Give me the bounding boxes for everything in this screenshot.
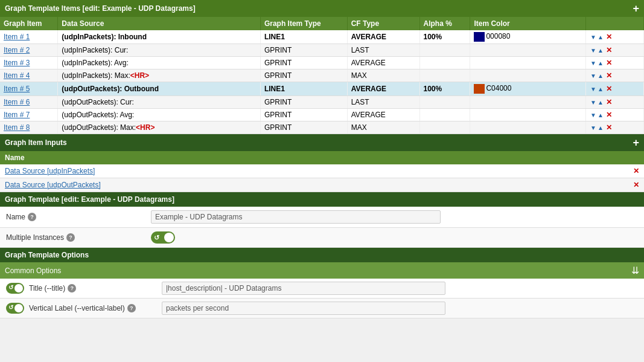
move-down-button[interactable]: ▼ [590, 72, 597, 80]
move-down-button[interactable]: ▼ [590, 99, 597, 106]
move-down-button[interactable]: ▼ [590, 85, 597, 93]
item-id-link[interactable]: Item # 2 [4, 46, 30, 54]
multiple-instances-row: Multiple Instances ? ↺ [0, 228, 644, 248]
color-hex-text: 000080 [486, 32, 510, 40]
options-section-title: Graph Template Options [5, 251, 89, 259]
item-id-link[interactable]: Item # 1 [4, 33, 30, 41]
vlabel-option-row: ↺ Vertical Label (--vertical-label) ? [0, 299, 644, 318]
item-type: GPRINT [260, 109, 347, 121]
item-id-link[interactable]: Item # 5 [4, 85, 30, 93]
item-id: Item # 2 [0, 44, 58, 57]
delete-item-button[interactable]: ✕ [604, 46, 612, 54]
move-down-button[interactable]: ▼ [590, 33, 597, 41]
item-cf: AVERAGE [347, 109, 419, 121]
col-color: Item Color [470, 17, 586, 30]
input-delete-cell: ✕ [626, 178, 644, 192]
title-help-icon[interactable]: ? [68, 284, 76, 293]
move-up-button[interactable]: ▲ [597, 111, 604, 119]
inputs-section-title: Graph Item Inputs [5, 138, 67, 147]
item-type: LINE1 [260, 82, 347, 96]
input-link[interactable]: Data Source [udpOutPackets] [5, 181, 101, 189]
move-up-button[interactable]: ▲ [597, 47, 604, 54]
item-data-source: (udpInPackets): Avg: [58, 57, 261, 69]
toggle-on-icon: ↺ [154, 234, 159, 242]
add-item-button[interactable]: + [633, 3, 639, 14]
item-data-source: (udpInPackets): Inbound [58, 30, 261, 44]
move-up-button[interactable]: ▲ [597, 124, 604, 132]
item-id: Item # 6 [0, 96, 58, 109]
vlabel-input[interactable] [162, 302, 445, 315]
vlabel-toggle-knob [14, 304, 23, 312]
items-section-header: Graph Template Items [edit: Example - UD… [0, 0, 644, 17]
color-swatch [474, 84, 485, 94]
item-data-source: (udpInPackets): Max:<HR> [58, 69, 261, 82]
move-up-button[interactable]: ▲ [597, 33, 604, 41]
item-actions: ▼▲ ✕ [586, 69, 644, 82]
name-label: Name ? [6, 213, 151, 221]
item-alpha [419, 69, 470, 82]
item-actions: ▼▲ ✕ [586, 121, 644, 134]
title-toggle-knob [14, 284, 23, 293]
delete-input-button[interactable]: ✕ [633, 167, 639, 175]
collapse-button[interactable]: ⇊ [631, 265, 639, 276]
item-actions: ▼▲ ✕ [586, 109, 644, 121]
multiple-help-icon[interactable]: ? [66, 233, 75, 242]
table-row: Item # 1(udpInPackets): InboundLINE1AVER… [0, 30, 644, 44]
delete-item-button[interactable]: ✕ [604, 98, 612, 106]
vlabel-toggle[interactable]: ↺ [6, 303, 24, 314]
item-type: GPRINT [260, 96, 347, 109]
table-row: Item # 5(udpOutPackets): OutboundLINE1AV… [0, 82, 644, 96]
item-id-link[interactable]: Item # 6 [4, 98, 30, 106]
options-section-header: Graph Template Options [0, 248, 644, 262]
multiple-label: Multiple Instances ? [6, 233, 151, 242]
item-id-link[interactable]: Item # 4 [4, 71, 30, 80]
delete-input-button[interactable]: ✕ [633, 181, 639, 189]
delete-item-button[interactable]: ✕ [604, 85, 612, 93]
move-up-button[interactable]: ▲ [597, 85, 604, 93]
item-cf: LAST [347, 44, 419, 57]
inputs-section-header: Graph Item Inputs + [0, 134, 644, 151]
move-up-button[interactable]: ▲ [597, 59, 604, 67]
item-data-source: (udpInPackets): Cur: [58, 44, 261, 57]
move-down-button[interactable]: ▼ [590, 59, 597, 67]
color-swatch [474, 32, 485, 42]
add-input-button[interactable]: + [633, 137, 639, 148]
move-down-button[interactable]: ▼ [590, 124, 597, 132]
multiple-instances-toggle[interactable]: ↺ [151, 231, 175, 244]
title-option-label: Title (--title) ? [29, 284, 162, 293]
color-hex-text: C04000 [486, 84, 511, 92]
item-id-link[interactable]: Item # 3 [4, 59, 30, 67]
template-section-header: Graph Template [edit: Example - UDP Data… [0, 192, 644, 207]
item-cf: AVERAGE [347, 30, 419, 44]
delete-item-button[interactable]: ✕ [604, 111, 612, 119]
items-table: Graph Item Data Source Graph Item Type C… [0, 17, 644, 134]
delete-item-button[interactable]: ✕ [604, 71, 612, 80]
delete-item-button[interactable]: ✕ [604, 123, 612, 132]
table-row: Item # 3(udpInPackets): Avg:GPRINTAVERAG… [0, 57, 644, 69]
item-cf: MAX [347, 69, 419, 82]
name-input[interactable] [151, 210, 441, 224]
vlabel-help-icon[interactable]: ? [127, 304, 136, 312]
input-row: Data Source [udpInPackets]✕ [0, 164, 644, 178]
title-option-row: ↺ Title (--title) ? [0, 279, 644, 299]
item-color [470, 109, 586, 121]
item-id-link[interactable]: Item # 8 [4, 123, 30, 132]
table-row: Item # 6(udpOutPackets): Cur:GPRINTLAST▼… [0, 96, 644, 109]
title-input[interactable] [162, 282, 445, 295]
name-help-icon[interactable]: ? [28, 213, 36, 221]
item-data-source: (udpOutPackets): Outbound [58, 82, 261, 96]
move-up-button[interactable]: ▲ [597, 99, 604, 106]
move-down-button[interactable]: ▼ [590, 47, 597, 54]
delete-item-button[interactable]: ✕ [604, 59, 612, 67]
input-delete-cell: ✕ [626, 164, 644, 178]
item-actions: ▼▲ ✕ [586, 30, 644, 44]
input-link[interactable]: Data Source [udpInPackets] [5, 167, 95, 175]
title-toggle[interactable]: ↺ [6, 283, 24, 294]
delete-item-button[interactable]: ✕ [604, 33, 612, 41]
item-color: C04000 [470, 82, 586, 96]
item-id-link[interactable]: Item # 7 [4, 111, 30, 119]
col-alpha: Alpha % [419, 17, 470, 30]
item-color [470, 44, 586, 57]
move-up-button[interactable]: ▲ [597, 72, 604, 80]
move-down-button[interactable]: ▼ [590, 111, 597, 119]
